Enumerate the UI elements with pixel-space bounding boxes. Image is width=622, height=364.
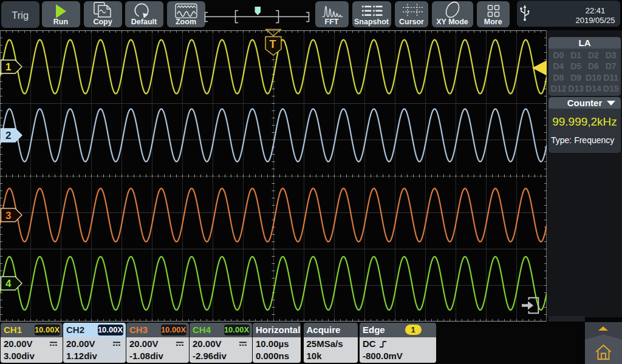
svg-text:4: 4	[5, 278, 12, 289]
svg-text:1: 1	[5, 61, 11, 73]
svg-text:3: 3	[5, 210, 11, 221]
svg-text:T: T	[270, 38, 276, 50]
svg-text:2: 2	[5, 130, 11, 141]
